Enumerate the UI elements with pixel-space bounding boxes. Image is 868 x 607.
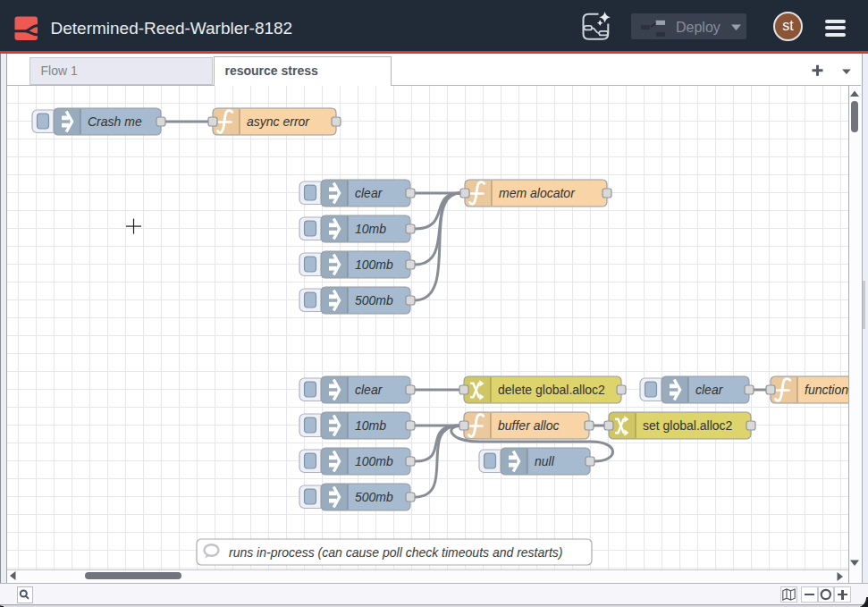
- svg-text:delete global.alloc2: delete global.alloc2: [498, 383, 605, 397]
- svg-text:500mb: 500mb: [355, 293, 393, 308]
- svg-text:async error: async error: [247, 114, 310, 129]
- svg-text:clear: clear: [355, 383, 383, 397]
- svg-text:buffer alloc: buffer alloc: [498, 418, 559, 433]
- svg-text:runs in-process (can cause pol: runs in-process (can cause poll check ti…: [229, 545, 563, 560]
- svg-text:100mb: 100mb: [355, 454, 393, 468]
- svg-text:clear: clear: [695, 383, 724, 397]
- svg-text:10mb: 10mb: [355, 418, 386, 433]
- svg-text:set global.alloc2: set global.alloc2: [643, 418, 733, 433]
- svg-text:500mb: 500mb: [355, 490, 393, 504]
- svg-text:clear: clear: [355, 186, 383, 200]
- svg-text:Crash me: Crash me: [88, 114, 142, 129]
- svg-text:function: function: [805, 383, 848, 397]
- svg-text:100mb: 100mb: [355, 257, 393, 272]
- svg-text:10mb: 10mb: [355, 222, 386, 236]
- svg-text:null: null: [535, 454, 555, 468]
- svg-text:mem alocator: mem alocator: [499, 186, 576, 200]
